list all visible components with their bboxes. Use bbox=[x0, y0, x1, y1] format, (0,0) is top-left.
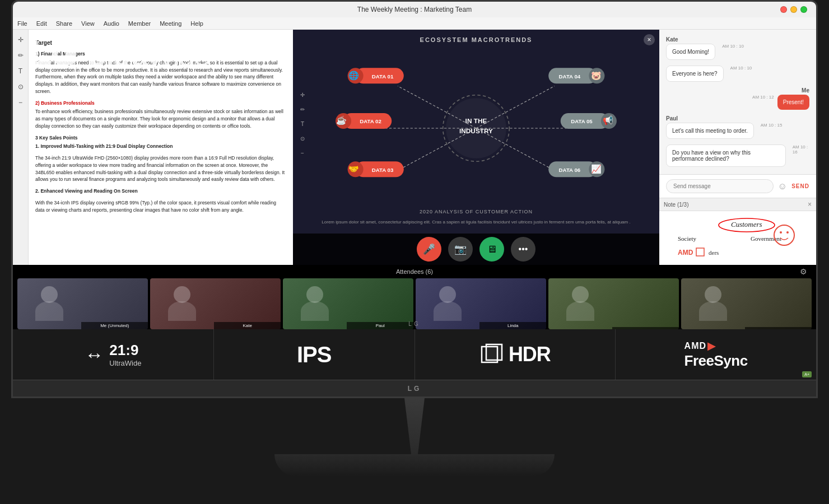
menu-view[interactable]: View bbox=[81, 20, 95, 27]
point1-text: The 34-inch 21:9 UltraWide FHD (2560×108… bbox=[35, 155, 286, 183]
monitor-neck bbox=[398, 398, 431, 454]
svg-text:🌐: 🌐 bbox=[348, 71, 359, 81]
attendee-thumb-linda: Linda bbox=[416, 278, 546, 329]
hdr-label: HDR bbox=[509, 343, 551, 366]
feature-21-9: ↔ 21:9 UltraWide bbox=[13, 329, 214, 380]
person-head-6 bbox=[705, 286, 721, 303]
chat-messages: Kate Good Morning! AM 10 : 10 bbox=[659, 30, 816, 174]
person-head-5 bbox=[572, 286, 589, 303]
svg-text:DATA 02: DATA 02 bbox=[360, 118, 381, 124]
menu-member[interactable]: Member bbox=[128, 20, 151, 27]
menu-share[interactable]: Share bbox=[56, 20, 72, 27]
menu-help[interactable]: Help bbox=[190, 20, 203, 27]
lg-brand: LG bbox=[30, 33, 86, 73]
more-options-button[interactable]: ••• bbox=[511, 237, 535, 262]
presentation-lorem: Lorem ipsum dolor sit amet, consectetur … bbox=[293, 217, 659, 225]
more-icon: ••• bbox=[519, 244, 528, 254]
attendee-thumb-6 bbox=[681, 278, 812, 329]
chat-group-kate-2: Everyone is here? AM 10 : 10 bbox=[666, 66, 809, 82]
screen-share-button[interactable]: 🖥 bbox=[479, 237, 504, 262]
section2-title: 2) Business Professionals bbox=[35, 100, 286, 107]
mic-button[interactable]: 🎤 bbox=[417, 237, 441, 262]
point2-text: With the 34-icnh IPS display covering sR… bbox=[35, 199, 286, 214]
chat-bubble-paul-1: Let's call this meeting to order. bbox=[666, 123, 754, 139]
note-close-button[interactable]: × bbox=[808, 200, 812, 208]
freesync-label: FreeSync bbox=[684, 352, 748, 370]
chat-msg-row-2: Everyone is here? AM 10 : 10 bbox=[666, 66, 809, 82]
attendee-name-me: Me (Unmuted) bbox=[81, 322, 148, 329]
svg-text:DATA 06: DATA 06 bbox=[559, 167, 581, 173]
chat-bubble-kate-2: Everyone is here? bbox=[666, 66, 724, 82]
attendee-name-6 bbox=[745, 327, 812, 329]
monitor-base bbox=[274, 454, 555, 477]
chat-bubble-me: Present! bbox=[777, 95, 809, 110]
video-button[interactable]: 📷 bbox=[448, 237, 473, 262]
main-content: LG UltraWideTM ✛ ✏ T ⊙ − Target 1) Finan… bbox=[13, 30, 816, 265]
monitor-frame: The Weekly Meeting : Marketing Team File… bbox=[11, 0, 818, 477]
mic-icon: 🎤 bbox=[423, 243, 435, 255]
svg-text:☕: ☕ bbox=[336, 115, 347, 125]
move-tool[interactable]: ✛ bbox=[15, 34, 26, 45]
chat-time-2: AM 10 : 10 bbox=[730, 66, 752, 71]
attendees-header: Attendees (6) ⚙ bbox=[13, 265, 816, 278]
screen-share-icon: 🖥 bbox=[487, 244, 497, 255]
person-silhouette-kate bbox=[150, 278, 214, 329]
svg-text:Society: Society bbox=[678, 235, 696, 242]
document-panel: LG UltraWideTM ✛ ✏ T ⊙ − Target 1) Finan… bbox=[13, 30, 293, 265]
title-bar: The Weekly Meeting : Marketing Team bbox=[13, 2, 816, 17]
svg-text:📢: 📢 bbox=[603, 115, 613, 125]
section2-text: To enhance work efficiency, business pro… bbox=[35, 108, 286, 129]
note-panel: Note (1/3) × Customers Society bbox=[659, 198, 816, 265]
window-controls bbox=[780, 6, 807, 13]
svg-point-43 bbox=[786, 231, 789, 234]
svg-text:ders: ders bbox=[709, 249, 719, 256]
minimize-control[interactable] bbox=[790, 6, 797, 13]
menu-file[interactable]: File bbox=[17, 20, 27, 27]
menu-meeting[interactable]: Meeting bbox=[160, 20, 181, 27]
person-head-kate bbox=[174, 286, 190, 303]
menu-edit[interactable]: Edit bbox=[36, 20, 47, 27]
note-svg: Customers Society Government AMD d bbox=[664, 216, 804, 265]
point2-title: 2. Enhanced Viewing and Reading On Scree… bbox=[35, 188, 286, 195]
menu-audio[interactable]: Audio bbox=[104, 20, 119, 27]
ultrawide-label: UltraWide bbox=[109, 359, 141, 367]
chat-time-4: AM 10 : 15 bbox=[761, 123, 783, 128]
circle-tool[interactable]: ⊙ bbox=[15, 81, 26, 92]
person-body-5 bbox=[566, 301, 594, 321]
ultrawide-arrow-icon: ↔ bbox=[85, 344, 104, 366]
maximize-control[interactable] bbox=[800, 6, 807, 13]
send-button[interactable]: SEND bbox=[791, 183, 809, 189]
video-icon: 📷 bbox=[454, 243, 467, 255]
person-body-6 bbox=[699, 301, 727, 321]
settings-icon[interactable]: ⚙ bbox=[800, 267, 807, 276]
svg-text:🐷: 🐷 bbox=[591, 71, 602, 81]
lg-bottom-logo: LG bbox=[408, 385, 422, 393]
presentation-close[interactable]: × bbox=[644, 34, 655, 45]
features-row: ↔ 21:9 UltraWide IPS bbox=[13, 329, 816, 380]
text-tool[interactable]: T bbox=[15, 66, 26, 77]
pen-tool[interactable]: ✏ bbox=[15, 50, 26, 61]
close-control[interactable] bbox=[780, 6, 787, 13]
person-body-paul bbox=[301, 301, 329, 321]
person-body-kate bbox=[168, 301, 196, 321]
emoji-button[interactable]: ☺ bbox=[778, 181, 787, 192]
chat-msg-row-4: Let's call this meeting to order. AM 10 … bbox=[666, 123, 809, 139]
lg-ultrawide-logo: LG UltraWideTM bbox=[30, 35, 221, 71]
message-input[interactable] bbox=[666, 179, 774, 193]
svg-text:AMD: AMD bbox=[678, 249, 693, 256]
svg-rect-39 bbox=[696, 248, 704, 256]
ultrawide-ratio: 21:9 bbox=[109, 342, 141, 359]
chat-bubble-kate-1: Good Morning! bbox=[666, 44, 715, 60]
chat-time-3: AM 10 : 12 bbox=[752, 95, 774, 100]
person-body bbox=[35, 301, 63, 321]
presentation-panel: ✛ ✏ T ⊙ − × ECOSYSTEM MACROTRENDS bbox=[293, 30, 659, 265]
lg-brand-label: LG bbox=[408, 321, 420, 327]
svg-text:🤝: 🤝 bbox=[348, 164, 359, 174]
chat-msg-row-3: AM 10 : 12 Present! bbox=[749, 95, 809, 110]
key-sales-title: 3 Key Sales Points bbox=[35, 134, 286, 142]
feature-hdr: HDR bbox=[415, 329, 616, 380]
document-toolbar: ✛ ✏ T ⊙ − bbox=[13, 30, 29, 265]
person-body-linda bbox=[434, 301, 462, 321]
minus-tool[interactable]: − bbox=[15, 97, 26, 108]
ecosystem-diagram: IN THE INDUSTRY 🌐 DATA 01 ☕ DATA 02 bbox=[293, 50, 659, 207]
